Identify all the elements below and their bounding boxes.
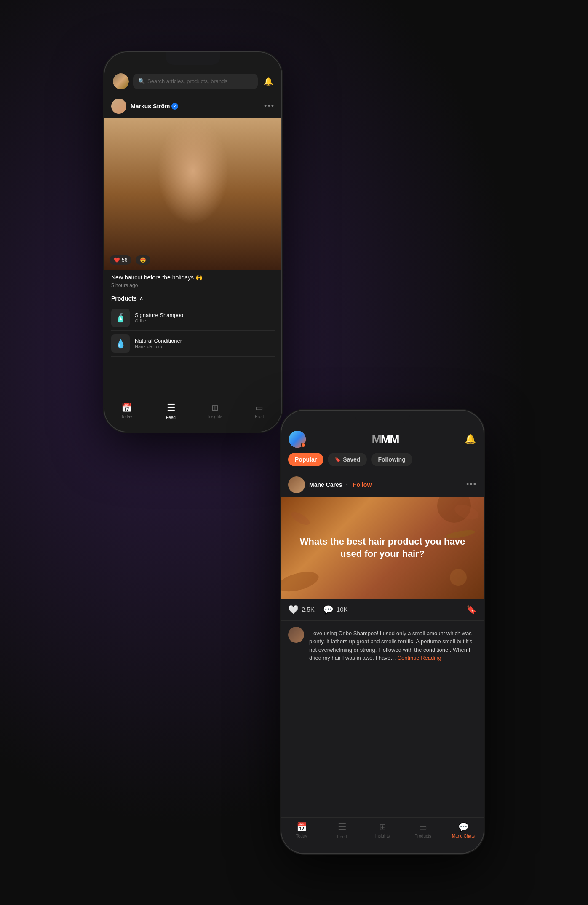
avatar-online-dot [301, 443, 306, 448]
product-item[interactable]: 💧 Natural Conditioner Hanz de fuko [111, 331, 275, 357]
tab-following[interactable]: Following [371, 453, 412, 466]
follow-button[interactable]: Follow [353, 481, 372, 488]
heart-icon: ❤️ [114, 257, 120, 263]
insights-icon: ⊞ [211, 403, 219, 413]
likes-count: 2.5K [302, 606, 315, 613]
today-label: Today [121, 414, 132, 419]
product-info: Signature Shampoo Oribe [135, 312, 183, 323]
fnav-feed[interactable]: ☰ Feed [322, 822, 362, 839]
product-thumbnail: 💧 [111, 334, 130, 353]
mane-chats-label: Mane Chats [452, 834, 475, 838]
brand-logo: MMM [311, 432, 460, 446]
discussion-banner: Whats the best hair product you have use… [281, 497, 484, 599]
product-thumbnail: 🧴 [111, 309, 130, 327]
comment-section: I love using Oribe Shampoo! I used only … [281, 621, 484, 668]
product-info: Natural Conditioner Hanz de fuko [135, 338, 182, 349]
continue-reading-link[interactable]: Continue Reading [398, 655, 441, 661]
products-label: Prod [255, 414, 264, 419]
insights-icon: ⊞ [379, 822, 386, 832]
fnav-today[interactable]: 📅 Today [281, 822, 322, 838]
feed-label: Feed [337, 835, 347, 839]
post-author-avatar [111, 99, 126, 114]
notification-icon[interactable]: 🔔 [264, 77, 273, 86]
more-options-button[interactable]: ••• [264, 102, 275, 110]
notch-front [355, 411, 410, 423]
discussion-author-name: Mane Cares [309, 481, 342, 488]
front-notification-icon[interactable]: 🔔 [465, 434, 476, 445]
comments-count: 10K [337, 606, 348, 613]
comments-stat[interactable]: 💬 10K [323, 604, 348, 615]
nav-products[interactable]: ▭ Prod [237, 403, 281, 419]
products-icon: ▭ [255, 403, 263, 413]
mane-chats-icon: 💬 [458, 822, 469, 832]
like-reaction[interactable]: ❤️ 56 [110, 255, 131, 265]
back-bottom-nav: 📅 Today ☰ Feed ⊞ Insights ▭ Prod [104, 398, 281, 432]
search-icon: 🔍 [138, 78, 145, 84]
product-icon: 💧 [115, 338, 126, 349]
front-user-avatar[interactable] [289, 431, 306, 448]
insights-label: Insights [375, 834, 390, 838]
post-time: 5 hours ago [104, 282, 281, 292]
notch-back [166, 52, 220, 65]
tab-popular[interactable]: Popular [288, 453, 323, 466]
likes-stat[interactable]: 🤍 2.5K [288, 604, 315, 615]
comment-icon: 💬 [323, 604, 334, 615]
tabs-bar: Popular 🔖 Saved Following [281, 453, 484, 466]
comment-content: I love using Oribe Shampoo! I used only … [309, 627, 477, 662]
product-name: Natural Conditioner [135, 338, 182, 344]
comment-item: I love using Oribe Shampoo! I used only … [288, 627, 477, 662]
nav-feed[interactable]: ☰ Feed [149, 403, 193, 420]
discussion-author-avatar [288, 476, 305, 493]
insights-label: Insights [208, 414, 222, 419]
today-label: Today [296, 834, 307, 838]
commenter-avatar [288, 627, 304, 643]
nav-today[interactable]: 📅 Today [104, 403, 149, 419]
heart-icon: 🤍 [288, 604, 299, 615]
fnav-products[interactable]: ▭ Products [403, 822, 443, 838]
chevron-up-icon[interactable]: ∧ [139, 295, 143, 301]
save-button[interactable]: 🔖 [466, 604, 477, 615]
post-person-bg [104, 118, 281, 270]
back-phone: 🔍 Search articles, products, brands 🔔 Ma… [104, 52, 281, 432]
discussion-stats: 🤍 2.5K 💬 10K 🔖 [281, 599, 484, 621]
tab-saved[interactable]: 🔖 Saved [328, 453, 367, 466]
comment-text: I love using Oribe Shampoo! I used only … [309, 629, 477, 662]
discussion-more-options[interactable]: ••• [466, 480, 477, 489]
today-icon: 📅 [297, 822, 307, 832]
products-section: Products ∧ 🧴 Signature Shampoo Oribe 💧 [104, 292, 281, 360]
front-phone: MMM 🔔 Popular 🔖 Saved Following [281, 411, 484, 853]
discussion-post-header: Mane Cares · Follow ••• [281, 472, 484, 497]
today-icon: 📅 [121, 403, 132, 413]
brand-logo-text: MMM [372, 432, 399, 446]
post-author-name: Markus Ström ✓ [131, 103, 264, 110]
verified-badge: ✓ [171, 103, 178, 110]
discussion-question: Whats the best hair product you have use… [281, 527, 484, 568]
back-phone-screen: 🔍 Search articles, products, brands 🔔 Ma… [104, 52, 281, 432]
product-brand: Hanz de fuko [135, 344, 182, 349]
post-caption: New haircut before the holidays 🙌 [104, 270, 281, 282]
product-item[interactable]: 🧴 Signature Shampoo Oribe [111, 305, 275, 331]
search-bar[interactable]: 🔍 Search articles, products, brands [133, 74, 258, 89]
search-placeholder-text: Search articles, products, brands [147, 78, 227, 84]
separator: · [346, 481, 347, 488]
feed-icon: ☰ [167, 403, 175, 414]
products-icon: ▭ [419, 822, 427, 832]
fnav-insights[interactable]: ⊞ Insights [362, 822, 403, 838]
post-author-info: Markus Ström ✓ [131, 103, 264, 110]
fnav-mane-chats[interactable]: 💬 Mane Chats [443, 822, 484, 838]
products-header: Products ∧ [111, 295, 275, 302]
product-name: Signature Shampoo [135, 312, 183, 318]
emoji-reaction[interactable]: 😍 [136, 255, 150, 265]
product-icon: 🧴 [115, 313, 126, 323]
post-header: Markus Ström ✓ ••• [104, 94, 281, 118]
user-avatar[interactable] [113, 73, 129, 89]
bookmark-icon: 🔖 [334, 457, 341, 462]
products-label: Products [414, 834, 431, 838]
post-reactions: ❤️ 56 😍 [110, 255, 150, 265]
front-phone-screen: MMM 🔔 Popular 🔖 Saved Following [281, 411, 484, 853]
nav-insights[interactable]: ⊞ Insights [193, 403, 237, 419]
feed-icon: ☰ [338, 822, 346, 833]
front-bottom-nav: 📅 Today ☰ Feed ⊞ Insights ▭ Products 💬 [281, 817, 484, 853]
product-brand: Oribe [135, 318, 183, 323]
feed-label: Feed [166, 415, 176, 420]
